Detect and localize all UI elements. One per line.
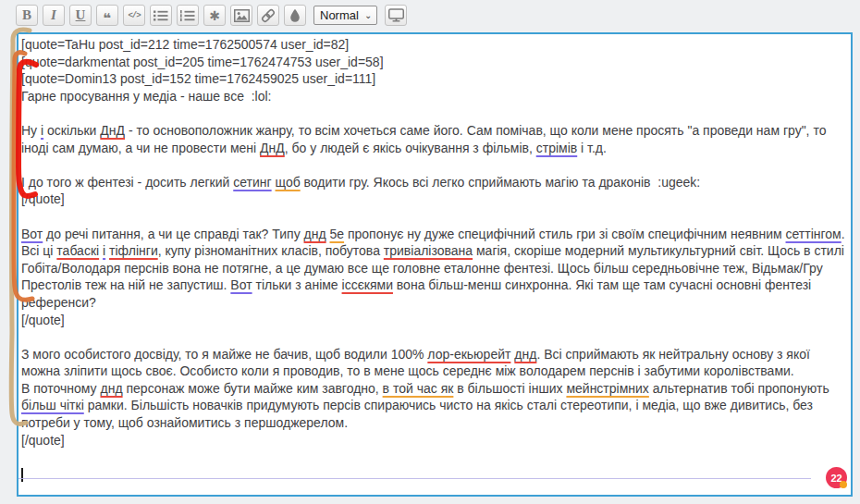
code-button[interactable]: </> (123, 5, 145, 26)
editor-line (21, 208, 847, 226)
spellcheck-red-underline: ДнД (260, 141, 285, 155)
editor-line (21, 156, 847, 174)
editor-line: [quote=darkmentat post_id=205 time=17624… (21, 54, 847, 71)
quote-icon: ❝ (104, 7, 112, 23)
grammar-checker-status-dot (840, 481, 847, 488)
spellcheck-orange-underline: в той час як (383, 381, 454, 396)
list-numbers-icon (180, 9, 195, 22)
editor-line: [quote=TaHu post_id=212 time=1762500574 … (21, 36, 847, 54)
editor-line: [/quote] (21, 312, 847, 329)
spellcheck-purple-underline: більш чіткі (21, 398, 84, 412)
editor-line: [/quote] (21, 432, 847, 449)
spellcheck-red-underline: лор-екьюрейт (427, 347, 510, 362)
spellcheck-purple-underline: сеттінгом (786, 227, 842, 241)
spellcheck-red-underline: днд (304, 227, 326, 241)
spellcheck-purple-underline: сетинг (233, 175, 271, 190)
asterisk-icon: ✱ (209, 9, 220, 22)
italic-button[interactable]: I (43, 5, 65, 26)
editor-line: [/quote] (21, 191, 847, 208)
spellcheck-orange-underline: мейнстрімних (566, 381, 648, 396)
editor-line: Вот до речі питання, а чи це справді так… (21, 226, 847, 312)
monitor-icon (388, 8, 404, 22)
bbcode-editor: [quote=TaHu post_id=212 time=1762500574 … (17, 32, 853, 497)
italic-icon: I (51, 8, 56, 22)
editor-line (21, 449, 847, 466)
editor-line (21, 104, 847, 122)
image-button[interactable] (230, 5, 252, 26)
spellcheck-red-underline: табаскі (56, 243, 99, 258)
code-icon: </> (128, 11, 140, 20)
underline-button[interactable]: U (69, 5, 92, 26)
editor-line: В поточному днд персонаж може бути майже… (21, 380, 847, 432)
list-item-button[interactable]: ✱ (203, 5, 226, 26)
spellcheck-purple-underline: Вот (21, 227, 43, 241)
font-color-button[interactable] (284, 5, 306, 26)
spellcheck-red-underline: тривіалізована (384, 243, 473, 258)
editor-line (21, 466, 847, 484)
spellcheck-red-underline: днд (101, 381, 123, 396)
chevron-down-icon: ⌄ (364, 10, 372, 20)
quote-button[interactable]: ❝ (96, 5, 118, 26)
spellcheck-orange-underline: 5е (330, 227, 345, 241)
unordered-list-button[interactable] (150, 5, 172, 26)
spellcheck-red-underline: ДнД (100, 123, 125, 138)
link-chain-icon (261, 8, 276, 23)
editor-line (21, 328, 847, 346)
fullscreen-button[interactable] (385, 5, 407, 26)
spellcheck-purple-underline: Вот (230, 277, 252, 292)
spellcheck-purple-underline: стрімів (536, 141, 577, 155)
editor-content[interactable]: [quote=TaHu post_id=212 time=1762500574 … (18, 34, 851, 495)
spellcheck-orange-underline: щоб (276, 175, 301, 190)
spellcheck-red-underline: іссєкями (342, 277, 393, 292)
format-select-value: Normal (320, 8, 359, 22)
spellcheck-red-underline: днд (514, 347, 536, 362)
list-bullets-icon (154, 9, 168, 22)
ordered-list-button[interactable] (177, 5, 199, 26)
editor-line: Гарне просування у медіа - наше все :lol… (21, 88, 847, 105)
divider-line (18, 478, 811, 479)
editor-line: [quote=Domin13 post_id=152 time=17624590… (21, 70, 847, 88)
underline-icon: U (76, 8, 86, 22)
link-button[interactable] (257, 5, 279, 26)
bold-icon: B (22, 8, 31, 22)
editor-toolbar: B I U ❝ </> (16, 4, 407, 27)
droplet-icon (289, 8, 301, 22)
format-select[interactable]: Normal ⌄ (313, 6, 377, 25)
spellcheck-red-underline: тіфлінги (109, 243, 158, 258)
text-caret (21, 468, 23, 482)
editor-line: Ну і оскільки ДнД - то основоположник жа… (21, 122, 847, 156)
editor-line: З мого особистого досвіду, то я майже не… (21, 346, 847, 380)
editor-line: І до того ж фентезі - досить легкий сети… (21, 174, 847, 191)
image-icon (234, 9, 250, 22)
bold-button[interactable]: B (16, 5, 38, 26)
